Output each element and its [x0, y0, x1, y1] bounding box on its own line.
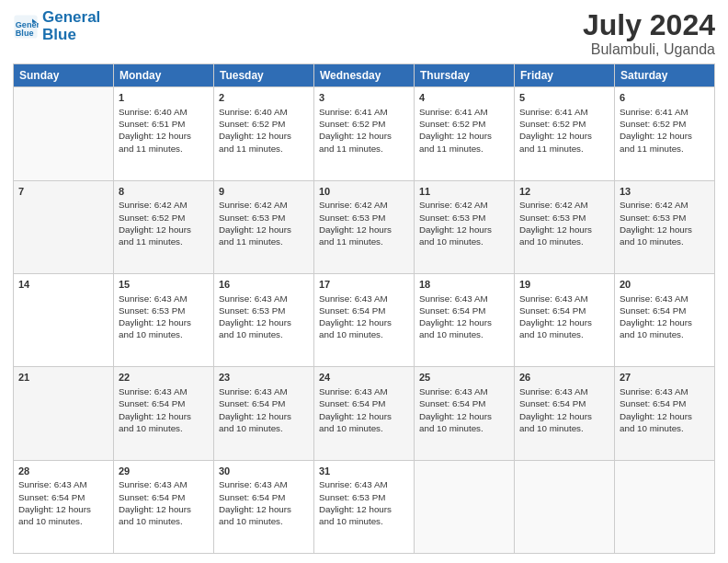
day-number: 22	[119, 371, 209, 385]
day-number: 29	[119, 465, 209, 478]
day-info: Sunrise: 6:43 AM Sunset: 6:54 PM Dayligh…	[219, 478, 309, 527]
calendar-cell: 11Sunrise: 6:42 AM Sunset: 6:53 PM Dayli…	[415, 180, 515, 273]
day-info: Sunrise: 6:43 AM Sunset: 6:54 PM Dayligh…	[319, 293, 409, 341]
header-cell-monday: Monday	[114, 64, 214, 87]
calendar-cell	[615, 460, 715, 553]
calendar-cell: 18Sunrise: 6:43 AM Sunset: 6:54 PM Dayli…	[415, 273, 515, 366]
calendar-cell: 5Sunrise: 6:41 AM Sunset: 6:52 PM Daylig…	[515, 87, 615, 180]
day-number: 16	[219, 278, 309, 292]
day-number: 19	[519, 278, 609, 292]
day-number: 1	[119, 91, 209, 105]
day-info: Sunrise: 6:42 AM Sunset: 6:53 PM Dayligh…	[219, 199, 309, 247]
header-row: SundayMondayTuesdayWednesdayThursdayFrid…	[14, 64, 715, 87]
calendar-cell: 27Sunrise: 6:43 AM Sunset: 6:54 PM Dayli…	[615, 367, 715, 460]
day-info: Sunrise: 6:41 AM Sunset: 6:52 PM Dayligh…	[319, 106, 409, 155]
calendar-cell: 23Sunrise: 6:43 AM Sunset: 6:54 PM Dayli…	[214, 367, 314, 460]
day-number: 15	[119, 278, 209, 292]
day-number: 17	[319, 278, 409, 292]
day-info: Sunrise: 6:43 AM Sunset: 6:54 PM Dayligh…	[119, 385, 209, 434]
header-cell-saturday: Saturday	[615, 64, 715, 87]
day-number: 25	[419, 371, 509, 385]
logo: General Blue General Blue	[13, 9, 100, 43]
location-subtitle: Bulambuli, Uganda	[583, 41, 715, 58]
calendar-cell: 20Sunrise: 6:43 AM Sunset: 6:54 PM Dayli…	[615, 273, 715, 366]
day-info: Sunrise: 6:41 AM Sunset: 6:52 PM Dayligh…	[519, 106, 609, 155]
day-info: Sunrise: 6:42 AM Sunset: 6:53 PM Dayligh…	[319, 199, 409, 247]
day-info: Sunrise: 6:41 AM Sunset: 6:52 PM Dayligh…	[419, 106, 509, 155]
calendar-row: 28Sunrise: 6:43 AM Sunset: 6:54 PM Dayli…	[14, 460, 715, 553]
day-info: Sunrise: 6:43 AM Sunset: 6:54 PM Dayligh…	[119, 478, 209, 527]
logo-icon: General Blue	[13, 14, 39, 40]
day-info: Sunrise: 6:43 AM Sunset: 6:54 PM Dayligh…	[319, 385, 409, 434]
calendar-row: 2122Sunrise: 6:43 AM Sunset: 6:54 PM Day…	[14, 367, 715, 460]
day-number: 20	[620, 278, 710, 292]
day-number: 23	[219, 371, 309, 385]
calendar-cell: 17Sunrise: 6:43 AM Sunset: 6:54 PM Dayli…	[314, 273, 415, 366]
calendar-cell: 31Sunrise: 6:43 AM Sunset: 6:53 PM Dayli…	[314, 460, 415, 553]
day-number: 26	[519, 371, 609, 385]
day-info: Sunrise: 6:43 AM Sunset: 6:54 PM Dayligh…	[419, 385, 509, 434]
calendar-cell: 16Sunrise: 6:43 AM Sunset: 6:53 PM Dayli…	[214, 273, 314, 366]
header-cell-tuesday: Tuesday	[214, 64, 314, 87]
day-info: Sunrise: 6:43 AM Sunset: 6:53 PM Dayligh…	[219, 293, 309, 341]
day-number: 7	[18, 185, 108, 199]
calendar-cell: 7	[14, 180, 114, 273]
day-info: Sunrise: 6:43 AM Sunset: 6:54 PM Dayligh…	[519, 293, 609, 341]
day-number: 21	[18, 371, 108, 385]
header: General Blue General Blue July 2024 Bula…	[13, 9, 715, 58]
title-block: July 2024 Bulambuli, Uganda	[583, 9, 715, 58]
day-info: Sunrise: 6:43 AM Sunset: 6:53 PM Dayligh…	[319, 478, 409, 527]
day-number: 27	[620, 371, 710, 385]
day-info: Sunrise: 6:42 AM Sunset: 6:53 PM Dayligh…	[419, 199, 509, 247]
calendar-cell: 19Sunrise: 6:43 AM Sunset: 6:54 PM Dayli…	[515, 273, 615, 366]
calendar-cell	[415, 460, 515, 553]
day-number: 24	[319, 371, 409, 385]
calendar-cell	[14, 87, 114, 180]
calendar-row: 1Sunrise: 6:40 AM Sunset: 6:51 PM Daylig…	[14, 87, 715, 180]
day-number: 3	[319, 91, 409, 105]
logo-line2: Blue	[42, 27, 100, 44]
day-info: Sunrise: 6:43 AM Sunset: 6:53 PM Dayligh…	[119, 293, 209, 341]
calendar-table: SundayMondayTuesdayWednesdayThursdayFrid…	[13, 63, 715, 554]
calendar-cell: 30Sunrise: 6:43 AM Sunset: 6:54 PM Dayli…	[214, 460, 314, 553]
calendar-cell: 28Sunrise: 6:43 AM Sunset: 6:54 PM Dayli…	[14, 460, 114, 553]
day-info: Sunrise: 6:40 AM Sunset: 6:52 PM Dayligh…	[219, 106, 309, 155]
day-number: 30	[219, 465, 309, 478]
calendar-cell: 25Sunrise: 6:43 AM Sunset: 6:54 PM Dayli…	[415, 367, 515, 460]
day-info: Sunrise: 6:40 AM Sunset: 6:51 PM Dayligh…	[119, 106, 209, 155]
calendar-cell: 6Sunrise: 6:41 AM Sunset: 6:52 PM Daylig…	[615, 87, 715, 180]
calendar-cell: 26Sunrise: 6:43 AM Sunset: 6:54 PM Dayli…	[515, 367, 615, 460]
day-number: 10	[319, 185, 409, 199]
calendar-cell: 22Sunrise: 6:43 AM Sunset: 6:54 PM Dayli…	[114, 367, 214, 460]
calendar-header: SundayMondayTuesdayWednesdayThursdayFrid…	[14, 64, 715, 87]
day-info: Sunrise: 6:43 AM Sunset: 6:54 PM Dayligh…	[219, 385, 309, 434]
day-info: Sunrise: 6:42 AM Sunset: 6:52 PM Dayligh…	[119, 199, 209, 247]
calendar-cell: 2Sunrise: 6:40 AM Sunset: 6:52 PM Daylig…	[214, 87, 314, 180]
day-number: 14	[18, 278, 108, 292]
day-info: Sunrise: 6:43 AM Sunset: 6:54 PM Dayligh…	[620, 293, 710, 341]
day-number: 12	[519, 185, 609, 199]
calendar-row: 78Sunrise: 6:42 AM Sunset: 6:52 PM Dayli…	[14, 180, 715, 273]
header-cell-sunday: Sunday	[14, 64, 114, 87]
calendar-cell: 1Sunrise: 6:40 AM Sunset: 6:51 PM Daylig…	[114, 87, 214, 180]
day-number: 8	[119, 185, 209, 199]
calendar-cell: 13Sunrise: 6:42 AM Sunset: 6:53 PM Dayli…	[615, 180, 715, 273]
day-number: 6	[620, 91, 710, 105]
calendar-cell: 3Sunrise: 6:41 AM Sunset: 6:52 PM Daylig…	[314, 87, 415, 180]
day-info: Sunrise: 6:43 AM Sunset: 6:54 PM Dayligh…	[519, 385, 609, 434]
day-number: 9	[219, 185, 309, 199]
calendar-cell: 4Sunrise: 6:41 AM Sunset: 6:52 PM Daylig…	[415, 87, 515, 180]
calendar-cell: 29Sunrise: 6:43 AM Sunset: 6:54 PM Dayli…	[114, 460, 214, 553]
header-cell-wednesday: Wednesday	[314, 64, 415, 87]
day-info: Sunrise: 6:43 AM Sunset: 6:54 PM Dayligh…	[419, 293, 509, 341]
header-cell-thursday: Thursday	[415, 64, 515, 87]
calendar-cell: 15Sunrise: 6:43 AM Sunset: 6:53 PM Dayli…	[114, 273, 214, 366]
calendar-cell: 12Sunrise: 6:42 AM Sunset: 6:53 PM Dayli…	[515, 180, 615, 273]
header-cell-friday: Friday	[515, 64, 615, 87]
day-info: Sunrise: 6:43 AM Sunset: 6:54 PM Dayligh…	[18, 478, 108, 527]
day-number: 2	[219, 91, 309, 105]
month-year-title: July 2024	[583, 9, 715, 41]
logo-line1: General	[42, 9, 100, 27]
day-info: Sunrise: 6:42 AM Sunset: 6:53 PM Dayligh…	[519, 199, 609, 247]
day-number: 4	[419, 91, 509, 105]
